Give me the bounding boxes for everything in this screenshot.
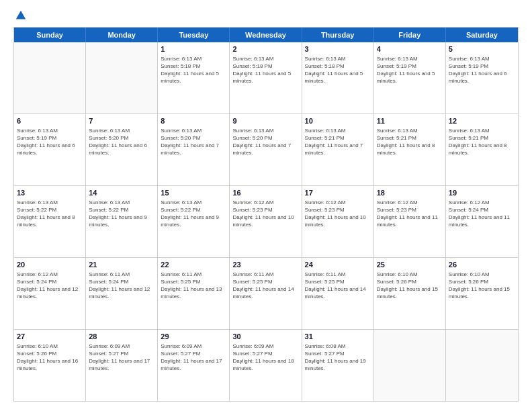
week-row-1: 1Sunrise: 6:13 AM Sunset: 5:18 PM Daylig… [14,42,518,114]
cell-info: Sunrise: 6:13 AM Sunset: 5:21 PM Dayligh… [305,127,371,157]
day-number: 30 [232,332,298,342]
day-cell-29: 29Sunrise: 6:09 AM Sunset: 5:27 PM Dayli… [158,330,230,401]
day-cell-8: 8Sunrise: 6:13 AM Sunset: 5:20 PM Daylig… [158,114,230,185]
day-cell-28: 28Sunrise: 6:09 AM Sunset: 5:27 PM Dayli… [86,330,158,401]
week-row-5: 27Sunrise: 6:10 AM Sunset: 5:26 PM Dayli… [14,330,518,401]
empty-cell [86,42,158,113]
day-cell-26: 26Sunrise: 6:10 AM Sunset: 5:26 PM Dayli… [446,258,518,329]
day-cell-18: 18Sunrise: 6:12 AM Sunset: 5:23 PM Dayli… [374,186,446,257]
cell-info: Sunrise: 6:11 AM Sunset: 5:25 PM Dayligh… [305,271,371,301]
day-number: 29 [161,332,226,342]
day-number: 13 [17,188,83,198]
day-number: 18 [377,188,443,198]
day-cell-12: 12Sunrise: 6:13 AM Sunset: 5:21 PM Dayli… [446,114,518,185]
day-cell-25: 25Sunrise: 6:10 AM Sunset: 5:26 PM Dayli… [374,258,446,329]
day-cell-21: 21Sunrise: 6:11 AM Sunset: 5:24 PM Dayli… [86,258,158,329]
day-cell-14: 14Sunrise: 6:13 AM Sunset: 5:22 PM Dayli… [86,186,158,257]
day-number: 31 [305,332,371,342]
day-cell-22: 22Sunrise: 6:11 AM Sunset: 5:25 PM Dayli… [158,258,230,329]
cell-info: Sunrise: 6:13 AM Sunset: 5:18 PM Dayligh… [232,55,298,85]
day-number: 1 [161,44,226,54]
cell-info: Sunrise: 6:09 AM Sunset: 5:27 PM Dayligh… [89,342,154,373]
day-number: 8 [161,116,226,126]
header-cell-wednesday: Wednesday [230,28,302,42]
day-number: 9 [232,116,298,126]
day-cell-2: 2Sunrise: 6:13 AM Sunset: 5:18 PM Daylig… [230,42,302,113]
day-number: 23 [232,260,298,270]
day-cell-7: 7Sunrise: 6:13 AM Sunset: 5:20 PM Daylig… [86,114,158,185]
day-cell-4: 4Sunrise: 6:13 AM Sunset: 5:19 PM Daylig… [374,42,446,113]
day-number: 10 [305,116,371,126]
cell-info: Sunrise: 6:13 AM Sunset: 5:18 PM Dayligh… [161,55,226,85]
cell-info: Sunrise: 6:12 AM Sunset: 5:24 PM Dayligh… [449,199,515,229]
day-number: 19 [449,188,515,198]
cell-info: Sunrise: 6:12 AM Sunset: 5:23 PM Dayligh… [377,199,443,229]
day-cell-10: 10Sunrise: 6:13 AM Sunset: 5:21 PM Dayli… [302,114,374,185]
day-number: 15 [161,188,226,198]
day-number: 5 [449,44,515,54]
day-number: 20 [17,260,83,270]
day-number: 4 [377,44,443,54]
cell-info: Sunrise: 6:12 AM Sunset: 5:24 PM Dayligh… [17,271,83,301]
day-cell-24: 24Sunrise: 6:11 AM Sunset: 5:25 PM Dayli… [302,258,374,329]
day-cell-23: 23Sunrise: 6:11 AM Sunset: 5:25 PM Dayli… [230,258,302,329]
day-number: 22 [161,260,226,270]
cell-info: Sunrise: 6:13 AM Sunset: 5:19 PM Dayligh… [17,127,83,157]
svg-marker-0 [16,11,26,19]
day-cell-13: 13Sunrise: 6:13 AM Sunset: 5:22 PM Dayli… [14,186,86,257]
cell-info: Sunrise: 6:10 AM Sunset: 5:26 PM Dayligh… [449,271,515,301]
header-cell-sunday: Sunday [14,28,86,42]
day-cell-15: 15Sunrise: 6:13 AM Sunset: 5:22 PM Dayli… [158,186,230,257]
cell-info: Sunrise: 6:13 AM Sunset: 5:21 PM Dayligh… [377,127,443,157]
header-cell-friday: Friday [374,28,446,42]
day-number: 11 [377,116,443,126]
day-number: 16 [232,188,298,198]
cell-info: Sunrise: 6:13 AM Sunset: 5:20 PM Dayligh… [161,127,226,157]
day-cell-31: 31Sunrise: 6:08 AM Sunset: 5:27 PM Dayli… [302,330,374,401]
day-cell-9: 9Sunrise: 6:13 AM Sunset: 5:20 PM Daylig… [230,114,302,185]
cell-info: Sunrise: 6:13 AM Sunset: 5:22 PM Dayligh… [161,199,226,229]
header-cell-saturday: Saturday [446,28,518,42]
calendar: SundayMondayTuesdayWednesdayThursdayFrid… [13,27,519,402]
day-number: 26 [449,260,515,270]
day-number: 24 [305,260,371,270]
cell-info: Sunrise: 6:13 AM Sunset: 5:22 PM Dayligh… [89,199,154,229]
cell-info: Sunrise: 6:13 AM Sunset: 5:20 PM Dayligh… [89,127,154,157]
day-cell-11: 11Sunrise: 6:13 AM Sunset: 5:21 PM Dayli… [374,114,446,185]
day-cell-3: 3Sunrise: 6:13 AM Sunset: 5:18 PM Daylig… [302,42,374,113]
cell-info: Sunrise: 6:09 AM Sunset: 5:27 PM Dayligh… [161,342,226,373]
day-cell-6: 6Sunrise: 6:13 AM Sunset: 5:19 PM Daylig… [14,114,86,185]
cell-info: Sunrise: 6:13 AM Sunset: 5:19 PM Dayligh… [377,55,443,85]
cell-info: Sunrise: 6:13 AM Sunset: 5:21 PM Dayligh… [449,127,515,157]
cell-info: Sunrise: 6:13 AM Sunset: 5:22 PM Dayligh… [17,199,83,229]
day-number: 3 [305,44,371,54]
cell-info: Sunrise: 6:10 AM Sunset: 5:26 PM Dayligh… [377,271,443,301]
day-number: 27 [17,332,83,342]
calendar-header: SundayMondayTuesdayWednesdayThursdayFrid… [14,28,518,42]
day-cell-17: 17Sunrise: 6:12 AM Sunset: 5:23 PM Dayli… [302,186,374,257]
week-row-2: 6Sunrise: 6:13 AM Sunset: 5:19 PM Daylig… [14,114,518,186]
day-cell-1: 1Sunrise: 6:13 AM Sunset: 5:18 PM Daylig… [158,42,230,113]
cell-info: Sunrise: 6:11 AM Sunset: 5:25 PM Dayligh… [161,271,226,301]
empty-cell [446,330,518,401]
header-cell-tuesday: Tuesday [158,28,230,42]
day-cell-5: 5Sunrise: 6:13 AM Sunset: 5:19 PM Daylig… [446,42,518,113]
day-number: 17 [305,188,371,198]
cell-info: Sunrise: 6:12 AM Sunset: 5:23 PM Dayligh… [305,199,371,229]
logo-icon [15,9,27,21]
day-number: 6 [17,116,83,126]
calendar-body: 1Sunrise: 6:13 AM Sunset: 5:18 PM Daylig… [14,42,518,401]
day-cell-16: 16Sunrise: 6:12 AM Sunset: 5:23 PM Dayli… [230,186,302,257]
header-cell-monday: Monday [86,28,158,42]
cell-info: Sunrise: 6:11 AM Sunset: 5:24 PM Dayligh… [89,271,154,301]
cell-info: Sunrise: 6:10 AM Sunset: 5:26 PM Dayligh… [17,342,83,373]
day-number: 7 [89,116,154,126]
day-cell-27: 27Sunrise: 6:10 AM Sunset: 5:26 PM Dayli… [14,330,86,401]
week-row-3: 13Sunrise: 6:13 AM Sunset: 5:22 PM Dayli… [14,186,518,258]
cell-info: Sunrise: 6:13 AM Sunset: 5:19 PM Dayligh… [449,55,515,85]
cell-info: Sunrise: 6:11 AM Sunset: 5:25 PM Dayligh… [232,271,298,301]
day-number: 12 [449,116,515,126]
logo [13,12,27,21]
day-cell-20: 20Sunrise: 6:12 AM Sunset: 5:24 PM Dayli… [14,258,86,329]
day-number: 2 [232,44,298,54]
